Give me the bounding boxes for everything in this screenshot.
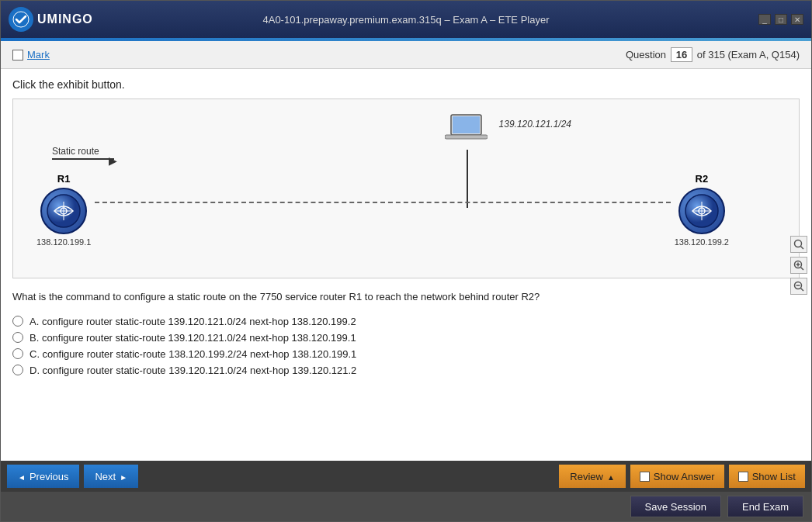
laptop-svg <box>445 111 488 146</box>
laptop-icon: 139.120.121.1/24 <box>445 111 488 146</box>
end-exam-button[interactable]: End Exam <box>727 496 803 517</box>
option-c-radio[interactable] <box>12 348 23 359</box>
r1-circle <box>40 188 87 234</box>
r2-circle <box>678 188 725 234</box>
zoom-in-button[interactable] <box>790 257 807 274</box>
option-a[interactable]: A. configure router static-route 139.120… <box>12 316 800 327</box>
svg-point-12 <box>795 240 802 247</box>
mark-checkbox[interactable] <box>12 50 23 60</box>
static-route-area: Static route ▶ <box>52 146 114 160</box>
review-label: Review <box>570 471 603 482</box>
show-list-label: Show List <box>752 471 796 482</box>
previous-label: Previous <box>29 471 69 482</box>
options-list: A. configure router static-route 139.120… <box>12 316 800 376</box>
minimize-button[interactable]: _ <box>758 14 771 25</box>
router-connection-line <box>95 202 670 203</box>
mark-area[interactable]: Mark <box>12 49 50 60</box>
show-list-checkbox <box>738 472 748 482</box>
search-button[interactable] <box>790 236 807 253</box>
routers-row: R1 <box>36 173 776 247</box>
r2-ip: 138.120.199.2 <box>675 237 729 247</box>
question-of: of 315 (Exam A, Q154) <box>697 49 800 60</box>
laptop-ip: 139.120.121.1/24 <box>499 119 571 130</box>
show-list-button[interactable]: Show List <box>729 465 805 488</box>
close-button[interactable]: ✕ <box>791 14 803 25</box>
action-bar: Save Session End Exam <box>1 492 811 521</box>
svg-line-19 <box>801 288 804 291</box>
question-text: What is the command to configure a stati… <box>12 289 800 305</box>
window-title: 4A0-101.prepaway.premium.exam.315q – Exa… <box>262 14 549 26</box>
previous-button[interactable]: Previous <box>7 465 79 488</box>
save-session-label: Save Session <box>645 501 707 513</box>
svg-rect-2 <box>453 116 480 133</box>
question-label: Question <box>626 49 666 60</box>
r2-label: R2 <box>696 173 709 185</box>
option-d-radio[interactable] <box>12 365 23 375</box>
router-r1: R1 <box>36 173 91 247</box>
static-route-text: Static route <box>52 146 99 157</box>
r1-ip: 138.120.199.1 <box>36 237 91 247</box>
next-label: Next <box>95 471 116 482</box>
exhibit-diagram: Static route ▶ 139.120.121.1/24 <box>21 107 791 270</box>
next-button[interactable]: Next <box>84 465 138 488</box>
question-instruction: Click the exhibit button. <box>12 78 800 91</box>
option-a-text: A. configure router static-route 139.120… <box>29 316 356 327</box>
logo-icon <box>9 7 33 32</box>
svg-line-15 <box>801 267 804 270</box>
option-d-text: D. configure router static-route 139.120… <box>29 365 356 376</box>
option-d[interactable]: D. configure router static-route 139.120… <box>12 365 800 376</box>
title-bar: UMINGO 4A0-101.prepaway.premium.exam.315… <box>1 1 811 38</box>
option-a-radio[interactable] <box>12 316 23 327</box>
logo-area: UMINGO <box>9 7 93 32</box>
nav-bar: Previous Next Review Show Answer Show Li… <box>1 461 811 492</box>
option-b-text: B. configure router static-route 139.120… <box>29 332 356 344</box>
question-info: Question 16 of 315 (Exam A, Q154) <box>626 47 800 62</box>
show-answer-button[interactable]: Show Answer <box>630 465 724 488</box>
option-b[interactable]: B. configure router static-route 139.120… <box>12 332 800 344</box>
main-content: Click the exhibit button. Static route ▶ <box>1 69 811 461</box>
review-dropdown-icon <box>607 471 615 482</box>
toolbar: Mark Question 16 of 315 (Exam A, Q154) <box>1 41 811 69</box>
mark-label[interactable]: Mark <box>27 49 50 60</box>
show-answer-checkbox <box>640 472 650 482</box>
exhibit-area: Static route ▶ 139.120.121.1/24 <box>12 99 800 278</box>
svg-line-13 <box>801 246 804 249</box>
show-answer-label: Show Answer <box>654 471 715 482</box>
router-r2: R2 <box>675 173 729 247</box>
static-route-arrow: ▶ <box>52 158 114 160</box>
svg-rect-3 <box>445 135 488 139</box>
option-c[interactable]: C. configure router static-route 138.120… <box>12 348 800 360</box>
review-button[interactable]: Review <box>559 465 626 488</box>
app-window: UMINGO 4A0-101.prepaway.premium.exam.315… <box>0 0 812 522</box>
option-c-text: C. configure router static-route 138.120… <box>29 348 356 360</box>
next-arrow-icon <box>120 471 127 482</box>
maximize-button[interactable]: □ <box>775 14 787 25</box>
logo-text: UMINGO <box>37 12 93 26</box>
end-exam-label: End Exam <box>742 501 789 513</box>
question-number: 16 <box>671 47 692 62</box>
option-b-radio[interactable] <box>12 332 23 343</box>
zoom-controls <box>790 236 807 295</box>
prev-arrow-icon <box>18 471 26 482</box>
r1-label: R1 <box>57 173 71 185</box>
save-session-button[interactable]: Save Session <box>630 496 722 517</box>
zoom-out-button[interactable] <box>790 278 807 295</box>
window-controls[interactable]: _ □ ✕ <box>758 14 803 25</box>
